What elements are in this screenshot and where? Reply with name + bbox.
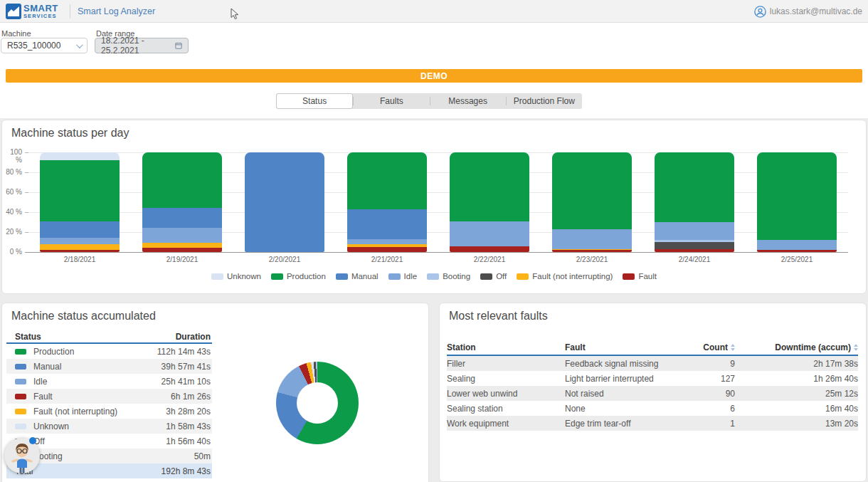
bar-segment-manual [40, 221, 120, 239]
x-axis-label: 2/24/2021 [643, 256, 746, 263]
fault-text: Feedback signal missing [565, 359, 696, 369]
bar-segment-production [552, 152, 632, 229]
fault-downtime: 25m 12s [735, 389, 858, 399]
col-duration: Duration [176, 332, 211, 342]
stacked-bar-2/22/2021[interactable] [450, 152, 529, 252]
col-count-sortable[interactable]: Count [696, 342, 735, 352]
panel-machine-status-per-day: Machine status per day 100 % 80 % 60 % 4… [1, 120, 867, 294]
x-axis-label: 2/21/2021 [336, 256, 438, 263]
bar-segment-production [347, 152, 427, 209]
accumulated-title: Machine status accumulated [11, 310, 156, 323]
legend-item-idle[interactable]: Idle [388, 272, 418, 281]
bar-slot: 2/22/2021 [438, 152, 541, 265]
fault-count: 6 [696, 404, 735, 414]
status-duration: 1h 58m 43s [166, 421, 211, 431]
bar-segment-production [450, 152, 529, 221]
controls-band: Machine R535_100000 Date range 18.2.2021… [0, 23, 868, 118]
legend-item-unknown[interactable]: Unknown [211, 272, 261, 281]
bar-slot: 2/19/2021 [131, 152, 233, 265]
status-name: Idle [33, 377, 47, 387]
legend-item-booting[interactable]: Booting [427, 272, 470, 281]
stacked-bar-2/24/2021[interactable] [655, 152, 734, 252]
status-duration: 50m [194, 451, 211, 461]
fault-text: None [565, 404, 696, 414]
col-downtime-sortable[interactable]: Downtime (accum) [735, 342, 858, 352]
legend-swatch-off [480, 273, 492, 280]
legend-label: Production [287, 272, 326, 281]
y-axis-tick: 20 % [2, 228, 22, 236]
tab-faults[interactable]: Faults [354, 93, 429, 109]
fault-count: 1 [696, 419, 735, 429]
bar-segment-manual [245, 152, 324, 252]
stacked-bar-2/25/2021[interactable] [757, 152, 837, 252]
legend-item-manual[interactable]: Manual [336, 272, 379, 281]
bar-segment-idle [142, 228, 222, 243]
bar-slot: 2/18/2021 [28, 152, 131, 265]
fault-text: Light barrier interrupted [565, 374, 696, 384]
assistant-notification-dot [29, 437, 36, 444]
bar-segment-idle [347, 239, 427, 244]
status-swatch-manual [15, 364, 26, 370]
legend-item-off[interactable]: Off [480, 272, 507, 281]
bar-segment-manual [347, 209, 427, 239]
legend-label: Fault (not interrupting) [532, 272, 613, 281]
bar-segment-manual [142, 208, 222, 229]
status-name: Production [33, 347, 74, 357]
status-name: Fault (not interrupting) [33, 407, 117, 416]
fault-station: Filler [447, 359, 565, 369]
legend-item-fault[interactable]: Fault [623, 272, 657, 281]
legend-label: Unknown [227, 272, 261, 281]
bar-segment-idle [450, 221, 529, 246]
brand-logo[interactable]: SMART SERVICES [6, 4, 58, 19]
app-header: SMART SERVICES Smart Log Analyzer lukas.… [0, 0, 868, 23]
fault-count: 127 [696, 374, 735, 384]
assistant-avatar-icon [10, 442, 34, 473]
status-duration: 1h 56m 40s [166, 436, 211, 446]
table-row-unknown: Unknown1h 58m 43s [6, 419, 212, 434]
status-duration: 39h 57m 41s [162, 362, 211, 372]
accumulated-table-header: Status Duration [6, 330, 212, 344]
stacked-bar-2/23/2021[interactable] [552, 152, 632, 252]
legend-label: Manual [351, 272, 379, 281]
x-axis-label: 2/19/2021 [131, 256, 233, 263]
mouse-cursor-icon [231, 8, 239, 20]
status-donut-chart[interactable] [276, 362, 359, 444]
bar-segment-fault [757, 250, 837, 252]
user-account-chip[interactable]: lukas.stark@multivac.de [754, 0, 862, 23]
machine-select[interactable]: R535_100000 [1, 38, 88, 53]
stacked-bar-2/18/2021[interactable] [40, 152, 120, 252]
table-row-fault-ni: Fault (not interrupting)3h 28m 20s [6, 404, 212, 419]
legend-swatch-production [271, 273, 283, 280]
user-email: lukas.stark@multivac.de [770, 6, 862, 16]
tab-status[interactable]: Status [276, 93, 353, 109]
tab-messages[interactable]: Messages [430, 93, 506, 109]
date-range-button[interactable]: 18.2.2021 - 25.2.2021 [95, 38, 189, 53]
fault-row: Lower web unwindNot raised9025m 12s [447, 386, 858, 401]
fault-row: Sealing stationNone616m 40s [447, 401, 858, 416]
stacked-bar-2/19/2021[interactable] [142, 152, 222, 252]
fault-station: Lower web unwind [447, 389, 565, 399]
legend-swatch-unknown [211, 273, 223, 280]
bar-segment-fault-not-interrupting- [40, 244, 120, 250]
stacked-bar-2/21/2021[interactable] [347, 152, 427, 252]
x-axis-label: 2/22/2021 [438, 256, 541, 263]
status-swatch-fault-ni [15, 409, 26, 414]
smart-log-analyzer-page: SMART SERVICES Smart Log Analyzer lukas.… [0, 0, 868, 482]
stacked-bar-2/20/2021[interactable] [245, 152, 324, 252]
bar-segment-fault [347, 247, 427, 252]
status-swatch-unknown [15, 424, 26, 429]
bar-segment-fault [552, 250, 632, 252]
legend-swatch-fault-ni [517, 273, 529, 280]
x-axis-label: 2/20/2021 [233, 256, 336, 263]
legend-item-production[interactable]: Production [271, 272, 326, 281]
tab-production-flow[interactable]: Production Flow [507, 93, 582, 109]
legend-item-fault-ni[interactable]: Fault (not interrupting) [517, 272, 613, 281]
bars-row: 2/18/20212/19/20212/20/20212/21/20212/22… [28, 152, 848, 265]
bar-segment-production [142, 152, 222, 208]
fault-downtime: 13m 20s [735, 419, 858, 429]
chevron-down-icon [76, 41, 83, 48]
total-duration: 192h 8m 43s [162, 466, 211, 476]
chart-legend: Unknown Production Manual Idle Booting O… [2, 272, 866, 281]
col-fault: Fault [565, 342, 696, 352]
fault-text: Not raised [565, 389, 696, 399]
